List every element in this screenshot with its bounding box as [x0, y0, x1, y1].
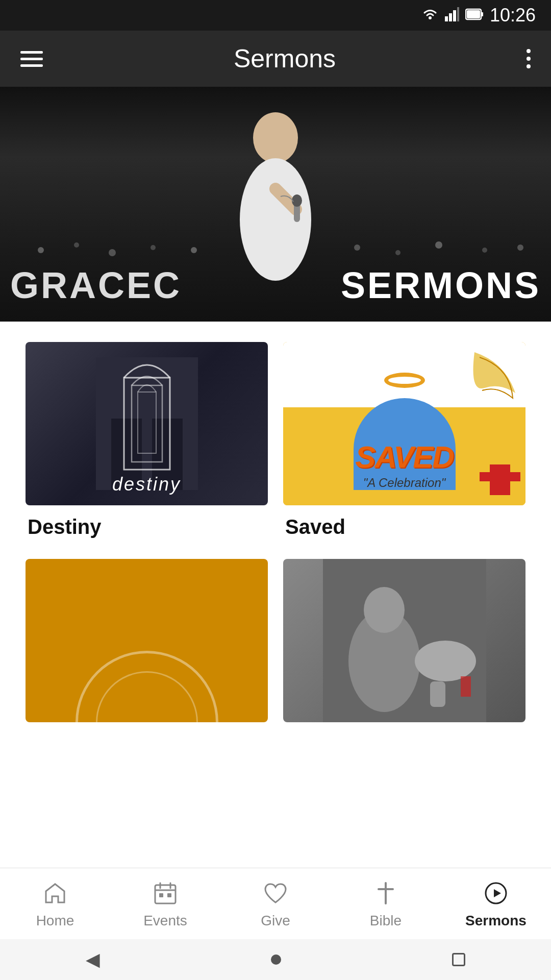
saved-subtitle-text: "A Celebration"	[363, 476, 446, 490]
svg-rect-2	[449, 13, 452, 21]
destiny-overlay-text: destiny	[26, 474, 268, 495]
home-icon	[41, 879, 69, 908]
svg-point-14	[395, 250, 400, 255]
nav-label-events: Events	[143, 913, 187, 929]
status-time: 10:26	[490, 5, 536, 26]
sermon-grid: destiny Destiny	[0, 322, 551, 753]
svg-point-9	[74, 242, 79, 248]
page-title: Sermons	[234, 44, 336, 74]
svg-point-20	[240, 158, 311, 281]
svg-rect-4	[457, 7, 459, 21]
sermon-card-saved[interactable]: SAVED "A Celebration" Saved	[283, 342, 525, 538]
svg-rect-36	[155, 885, 176, 903]
play-circle-icon	[482, 879, 510, 908]
battery-icon	[465, 7, 484, 23]
status-bar: 10:26	[0, 0, 551, 31]
sermon-title-destiny: Destiny	[26, 516, 268, 538]
more-options-button[interactable]	[527, 49, 531, 68]
hero-sermons-text: SERMONS	[341, 264, 541, 306]
svg-rect-35	[461, 676, 471, 697]
svg-rect-34	[430, 681, 445, 707]
svg-point-8	[38, 247, 44, 253]
nav-label-home: Home	[36, 913, 74, 929]
svg-marker-45	[494, 889, 501, 897]
svg-point-15	[435, 241, 442, 249]
sermon-thumbnail-golden	[26, 559, 268, 722]
sermon-thumbnail-gray	[283, 559, 525, 722]
svg-point-17	[517, 244, 523, 251]
svg-rect-1	[445, 16, 448, 21]
android-home-button[interactable]	[271, 954, 281, 965]
sermon-card-destiny[interactable]: destiny Destiny	[26, 342, 268, 538]
signal-icon	[445, 7, 459, 23]
heart-icon	[261, 879, 290, 908]
sermon-title-saved: Saved	[283, 516, 525, 538]
svg-rect-6	[481, 12, 483, 16]
svg-rect-3	[453, 10, 456, 21]
nav-item-give[interactable]: Give	[220, 879, 331, 929]
wifi-icon	[421, 7, 439, 24]
hamburger-menu-button[interactable]	[20, 51, 43, 67]
svg-point-0	[429, 16, 432, 19]
nav-item-home[interactable]: Home	[0, 879, 110, 929]
android-back-button[interactable]: ◀	[86, 949, 100, 970]
nav-item-sermons[interactable]: Sermons	[441, 879, 551, 929]
svg-point-18	[253, 112, 298, 163]
svg-point-11	[151, 245, 156, 250]
saved-overlay-text: SAVED	[355, 439, 453, 475]
app-bar: Sermons	[0, 31, 551, 87]
cross-icon	[371, 879, 400, 908]
android-recent-button[interactable]	[452, 953, 465, 966]
nav-item-bible[interactable]: Bible	[331, 879, 441, 929]
sermon-thumbnail-destiny: destiny	[26, 342, 268, 505]
hero-grace-text: GRACEC	[10, 264, 182, 306]
hero-banner: GRACEC SERMONS	[0, 87, 551, 322]
calendar-icon	[151, 879, 180, 908]
svg-point-16	[482, 248, 487, 253]
svg-point-33	[415, 641, 476, 681]
android-nav-bar: ◀	[0, 939, 551, 980]
sermon-thumbnail-saved: SAVED "A Celebration"	[283, 342, 525, 505]
sermon-card-gray[interactable]	[283, 559, 525, 732]
nav-label-sermons: Sermons	[465, 913, 527, 929]
svg-point-32	[364, 587, 405, 633]
svg-point-10	[109, 249, 116, 256]
svg-point-23	[292, 194, 302, 207]
nav-label-bible: Bible	[370, 913, 402, 929]
nav-label-give: Give	[261, 913, 290, 929]
svg-rect-7	[467, 10, 480, 18]
svg-point-13	[354, 244, 360, 251]
svg-rect-40	[159, 893, 163, 897]
svg-point-12	[191, 247, 197, 253]
svg-rect-41	[167, 893, 171, 897]
sermon-card-golden[interactable]	[26, 559, 268, 732]
bottom-navigation: Home Events Give	[0, 868, 551, 939]
status-icons: 10:26	[421, 5, 536, 26]
nav-item-events[interactable]: Events	[110, 879, 220, 929]
